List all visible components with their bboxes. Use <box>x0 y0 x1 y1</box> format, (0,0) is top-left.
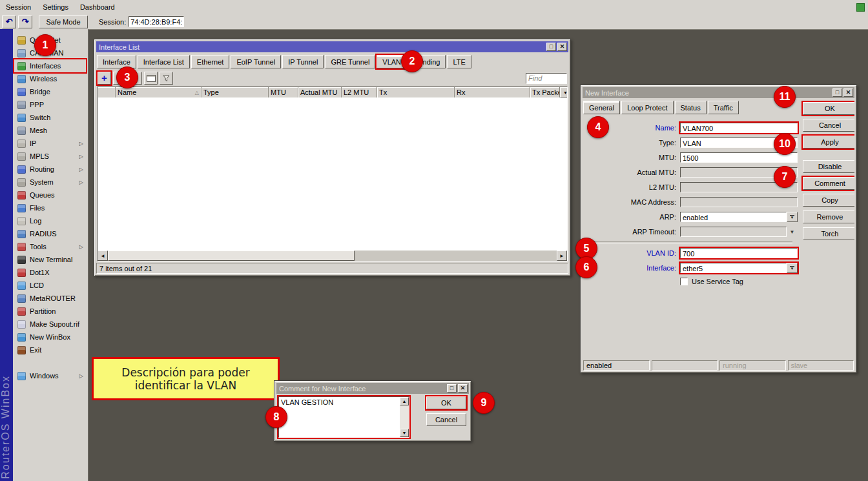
close-button[interactable]: ✕ <box>458 384 468 393</box>
interface-list-titlebar[interactable]: Interface List □ ✕ <box>96 41 568 52</box>
scroll-track[interactable] <box>108 251 557 261</box>
name-field[interactable]: VLAN700 <box>680 123 798 133</box>
step-marker-10: 10 <box>774 133 796 155</box>
cancel-button[interactable]: Cancel <box>426 413 466 426</box>
copy-button[interactable]: Copy <box>803 194 854 207</box>
column-header-l2-mtu[interactable]: L2 MTU <box>342 87 377 97</box>
actual-mtu-field-label: Actual MTU: <box>586 169 680 176</box>
arp-select[interactable]: enabled <box>680 212 787 222</box>
scroll-right-button[interactable]: ► <box>557 251 567 261</box>
sidebar-item-wireless[interactable]: Wireless <box>14 72 86 85</box>
sidebar-item-exit[interactable]: Exit <box>14 343 86 356</box>
maximize-button[interactable]: □ <box>447 384 457 393</box>
ok-button[interactable]: OK <box>426 396 466 409</box>
plus-icon: + <box>101 74 107 83</box>
interface-select[interactable]: ether5 <box>680 263 787 273</box>
sidebar-item-switch[interactable]: Switch <box>14 111 86 124</box>
tab-eoip-tunnel[interactable]: EoIP Tunnel <box>231 55 281 68</box>
chevron-down-icon[interactable]: ▼ <box>787 227 798 237</box>
tab-traffic[interactable]: Traffic <box>708 101 739 114</box>
sidebar-item-windows[interactable]: Windows▷ <box>14 369 86 382</box>
comment-button[interactable] <box>144 72 158 85</box>
column-header-select[interactable] <box>98 87 116 97</box>
column-header-actual-mtu[interactable]: Actual MTU <box>298 87 342 97</box>
new-interface-titlebar[interactable]: New Interface □ ✕ <box>583 87 854 98</box>
vertical-scrollbar[interactable]: ▲ ▼ <box>400 397 409 437</box>
tab-general[interactable]: General <box>583 101 620 114</box>
sidebar-item-mpls[interactable]: MPLS▷ <box>14 150 86 163</box>
sidebar-item-system[interactable]: System▷ <box>14 176 86 189</box>
menu-dashboard[interactable]: Dashboard <box>74 1 121 13</box>
sidebar-item-lcd[interactable]: LCD <box>14 279 86 292</box>
sidebar-item-log[interactable]: Log <box>14 214 86 227</box>
sidebar-item-files[interactable]: Files <box>14 201 86 214</box>
sidebar-item-make-supout[interactable]: Make Supout.rif <box>14 318 86 331</box>
remove-button[interactable]: Remove <box>803 210 854 223</box>
tab-loop-protect[interactable]: Loop Protect <box>621 101 673 114</box>
sidebar-item-radius[interactable]: RADIUS <box>14 227 86 240</box>
step-marker-11: 11 <box>774 86 796 108</box>
comment-textarea[interactable]: VLAN GESTION ▲ ▼ <box>278 396 409 438</box>
sidebar-item-new-terminal[interactable]: New Terminal <box>14 253 86 266</box>
sidebar-item-metarouter[interactable]: MetaROUTER <box>14 292 86 305</box>
sidebar-item-tools[interactable]: Tools▷ <box>14 240 86 253</box>
scroll-up-button[interactable]: ▲ <box>400 397 409 405</box>
column-header-tx-packe[interactable]: Tx Packe <box>530 87 560 97</box>
comment-button[interactable]: Comment <box>803 177 854 190</box>
sidebar-item-routing[interactable]: Routing▷ <box>14 163 86 176</box>
column-header-mtu[interactable]: MTU <box>269 87 298 97</box>
interface-dropdown-button[interactable]: ▼ <box>787 263 798 273</box>
disable-button[interactable]: Disable <box>803 160 854 173</box>
torch-button[interactable]: Torch <box>803 227 854 240</box>
column-header-rx[interactable]: Rx <box>455 87 530 97</box>
safe-mode-button[interactable]: Safe Mode <box>39 15 88 28</box>
column-header-type[interactable]: Type <box>202 87 269 97</box>
scroll-track[interactable] <box>400 405 409 429</box>
sidebar-item-label: Tools <box>30 243 78 251</box>
tab-lte[interactable]: LTE <box>447 55 471 68</box>
cancel-button[interactable]: Cancel <box>803 119 854 132</box>
comment-dialog-titlebar[interactable]: Comment for New Interface □ ✕ <box>276 383 469 394</box>
scroll-left-button[interactable]: ◄ <box>98 251 108 261</box>
tab-status[interactable]: Status <box>675 101 707 114</box>
sidebar-item-ip[interactable]: IP▷ <box>14 137 86 150</box>
sidebar-item-partition[interactable]: Partition <box>14 305 86 318</box>
column-header-tx[interactable]: Tx <box>377 87 455 97</box>
session-input[interactable] <box>129 16 184 27</box>
scroll-down-button[interactable]: ▼ <box>400 429 409 437</box>
horizontal-scrollbar[interactable]: ◄ ► <box>98 251 567 261</box>
tab-gre-tunnel[interactable]: GRE Tunnel <box>325 55 375 68</box>
sidebar-item-queues[interactable]: Queues <box>14 189 86 201</box>
sidebar-item-dot1x[interactable]: Dot1X <box>14 266 86 279</box>
menu-settings[interactable]: Settings <box>37 1 74 13</box>
sidebar-item-bridge[interactable]: Bridge <box>14 85 86 98</box>
add-button[interactable]: + <box>98 72 111 85</box>
redo-button[interactable]: ↷ <box>18 15 32 28</box>
find-input[interactable] <box>526 73 567 84</box>
routing-icon <box>17 165 26 174</box>
column-chooser-button[interactable]: ▼ <box>560 87 567 97</box>
tab-interface-list[interactable]: Interface List <box>138 55 190 68</box>
sidebar-item-new-winbox[interactable]: New WinBox <box>14 331 86 343</box>
tab-ethernet[interactable]: Ethernet <box>191 55 230 68</box>
sidebar: Quick SetCAPsMANInterfacesWirelessBridge… <box>13 29 88 481</box>
close-button[interactable]: ✕ <box>843 88 853 97</box>
sidebar-item-ppp[interactable]: PPP <box>14 98 86 111</box>
undo-button[interactable]: ↶ <box>2 15 16 28</box>
arp-dropdown-button[interactable]: ▼ <box>787 212 798 222</box>
ok-button[interactable]: OK <box>803 102 854 115</box>
tab-ip-tunnel[interactable]: IP Tunnel <box>282 55 324 68</box>
apply-button[interactable]: Apply <box>803 136 854 148</box>
scroll-thumb[interactable] <box>108 251 355 261</box>
column-header-name[interactable]: Name△ <box>116 87 202 97</box>
interface-list-body[interactable] <box>98 97 567 251</box>
sidebar-item-mesh[interactable]: Mesh <box>14 124 86 137</box>
maximize-button[interactable]: □ <box>832 88 842 97</box>
maximize-button[interactable]: □ <box>546 43 556 51</box>
use-service-tag-checkbox[interactable] <box>680 278 688 285</box>
vlan-id-field[interactable]: 700 <box>680 248 798 258</box>
menu-session[interactable]: Session <box>0 1 37 13</box>
filter-button[interactable] <box>160 72 173 85</box>
sidebar-item-interfaces[interactable]: Interfaces <box>14 59 86 72</box>
close-button[interactable]: ✕ <box>557 43 567 51</box>
